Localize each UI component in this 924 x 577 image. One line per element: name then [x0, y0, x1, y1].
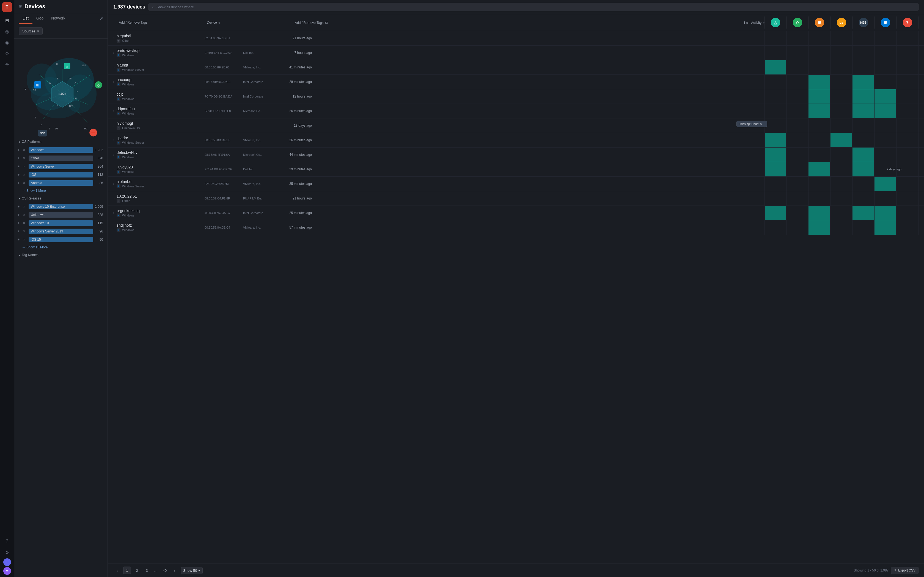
os-platforms-show-more[interactable]: → Show 1 More [14, 187, 108, 194]
filter-win10ent[interactable]: + × Windows 10 Enterprise 1,069 [14, 203, 108, 211]
device-mac: 08:00:37:C4:F1:8F [205, 197, 243, 200]
page-btn-3[interactable]: 3 [143, 567, 151, 574]
filter-x-icon[interactable]: × [23, 221, 27, 225]
tag-names-header[interactable]: ▾ Tag Names [14, 251, 108, 259]
agent-cell-2 [809, 191, 830, 206]
filter-windows[interactable]: + × Windows 1,202 [14, 146, 108, 154]
filter-x-icon[interactable]: × [23, 173, 27, 177]
prev-page-btn[interactable]: ‹ [113, 567, 121, 574]
filter-win10[interactable]: + × Windows 10 115 [14, 219, 108, 227]
export-csv-button[interactable]: ⬇ Export CSV [891, 567, 919, 574]
user-avatar-i[interactable]: I [3, 558, 11, 566]
filter-x-icon[interactable]: × [23, 181, 27, 185]
device-sub: ⊞ Windows [116, 213, 205, 218]
device-row[interactable]: › prgnnkeekctq ⊞ Windows 4C:03:4F:A7:45:… [108, 206, 924, 220]
device-row[interactable]: › ccjp ⊞ Windows 7C:70:DB:1C:EA:DA Intel… [108, 89, 924, 104]
row-expand-icon[interactable]: › [113, 211, 115, 215]
device-row[interactable]: › 10.20.22.51 ◎ Other 08:00:37:C4:F1:8F … [108, 191, 924, 206]
nav-network-icon[interactable]: ⊙ [2, 48, 12, 58]
os-releases-header[interactable]: ▾ OS Releases [14, 194, 108, 203]
device-row[interactable]: › ljpadrc ⊞ Windows Server 00:50:56:8B:D… [108, 133, 924, 148]
row-expand-icon[interactable]: › [113, 109, 115, 113]
filter-ios[interactable]: + × iOS 113 [14, 171, 108, 179]
row-expand-icon[interactable]: › [113, 51, 115, 55]
filter-other[interactable]: + × Other 370 [14, 154, 108, 163]
nav-activity-icon[interactable]: ◉ [2, 37, 12, 47]
next-page-btn[interactable]: › [171, 567, 178, 574]
filter-plus-icon: + [18, 213, 21, 217]
sources-button[interactable]: Sources ▾ [19, 27, 43, 35]
device-row[interactable]: › ijuvoyu23 ⊞ Windows EC:F4:BB:F0:CE:2F … [108, 162, 924, 177]
row-expand-icon[interactable]: › [113, 182, 115, 186]
agent-cell-2 [809, 104, 830, 118]
device-row[interactable]: › ddpmmfuu ⊞ Windows B8:31:B5:95:DE:E8 M… [108, 104, 924, 118]
row-expand-icon[interactable]: › [113, 65, 115, 69]
row-expand-icon[interactable]: › [113, 226, 115, 229]
row-expand-icon[interactable]: › [113, 138, 115, 142]
svg-text:—: — [91, 131, 95, 135]
nav-settings2-icon[interactable]: ❋ [2, 60, 12, 69]
filter-x-icon[interactable]: × [23, 205, 27, 208]
row-expand-icon[interactable]: › [113, 80, 115, 84]
svg-text:△: △ [66, 64, 68, 68]
filter-x-icon[interactable]: × [23, 156, 27, 160]
os-releases-show-more[interactable]: → Show 15 More [14, 244, 108, 251]
device-row[interactable]: › hitunqt ⊞ Windows Server 00:50:56:8F:2… [108, 60, 924, 75]
row-expand-icon[interactable]: › [113, 167, 115, 171]
filter-x-icon[interactable]: × [23, 164, 27, 168]
nav-alerts-icon[interactable]: ◎ [2, 26, 12, 36]
app-logo[interactable]: T [2, 2, 12, 12]
expand-icon[interactable]: ⤢ [100, 16, 103, 21]
agent-cell-4 [853, 31, 874, 45]
sort-icon[interactable]: ⇅ [218, 21, 220, 24]
agent-cell-5 [874, 220, 897, 235]
device-row[interactable]: › partqfwevkqp ⊞ Windows E4:B9:7A:F8:CC:… [108, 46, 924, 60]
device-row[interactable]: › defnsbwf-bv ⊞ Windows 28:16:A8:4F:91:6… [108, 148, 924, 162]
row-expand-icon[interactable]: › [113, 124, 115, 127]
filter-label-unknown: Unknown [29, 212, 93, 218]
device-row[interactable]: › hitgtubdl ◎ Other 02:04:96:9A:6D:B1 21… [108, 31, 924, 46]
row-expand-icon[interactable]: › [113, 95, 115, 98]
add-remove-tags-header[interactable]: Add / Remove Tags 🏷 [295, 21, 328, 25]
filter-win-server-2019[interactable]: + × Windows Server 2019 96 [14, 227, 108, 235]
device-mac: 02:00:4C:50:50:51 [205, 182, 243, 185]
row-expand-icon[interactable]: › [113, 197, 115, 200]
device-row[interactable]: › uncouqp ⊞ Windows 98:FA:9B:B6:A8:10 In… [108, 75, 924, 89]
filter-windows-server[interactable]: + × Windows Server 204 [14, 163, 108, 171]
tab-geo[interactable]: Geo [32, 13, 47, 24]
search-bar[interactable]: ⌕ Show all devices where [149, 3, 919, 11]
tab-network[interactable]: Network [47, 13, 69, 24]
agent-cell-1 [787, 177, 809, 191]
user-avatar-v[interactable]: V [3, 567, 11, 575]
device-mac: 00:50:56:8B:DE:55 [205, 139, 243, 142]
device-row[interactable]: › hiofunbo ⊞ Windows Server 02:00:4C:50:… [108, 177, 924, 191]
filter-x-icon[interactable]: × [23, 213, 27, 217]
device-name: hivldmogt [116, 121, 205, 126]
page-btn-1[interactable]: 1 [123, 567, 131, 574]
page-btn-40[interactable]: 40 [161, 567, 169, 574]
device-name: uncouqp [116, 77, 205, 82]
device-row[interactable]: › hivldmogt ◇ Unknown OS 13 days ago Mis… [108, 118, 924, 133]
filter-android[interactable]: + × Android 36 [14, 179, 108, 187]
row-expand-icon[interactable]: › [113, 153, 115, 156]
filter-x-icon[interactable]: × [23, 229, 27, 233]
nav-devices-icon[interactable]: ⊟ [2, 15, 12, 25]
device-info: ddpmmfuu ⊞ Windows [116, 106, 205, 115]
filter-x-icon[interactable]: × [23, 148, 27, 152]
filter-x-icon[interactable]: × [23, 238, 27, 242]
nav-config-icon[interactable]: ⚙ [2, 547, 12, 557]
agent-cell-6 [897, 89, 919, 103]
last-activity-header[interactable]: Last Activity ▾ [726, 21, 764, 25]
page-btn-2[interactable]: 2 [133, 567, 141, 574]
device-mac: B8:31:B5:95:DE:E8 [205, 110, 243, 113]
os-icon: ⊞ [116, 213, 120, 218]
nav-help-icon[interactable]: ? [2, 536, 12, 546]
filter-unknown[interactable]: + × Unknown 388 [14, 211, 108, 219]
tab-list[interactable]: List [19, 13, 32, 24]
show-per-page[interactable]: Show 50 ▾ [181, 567, 203, 574]
row-expand-icon[interactable]: › [113, 36, 115, 40]
filter-ios15[interactable]: + × iOS 15 90 [14, 235, 108, 244]
agent-cell-6 [897, 75, 919, 89]
device-row[interactable]: › sndljhofz ⊞ Windows 00:50:56:8A:0E:C4 … [108, 220, 924, 235]
os-platforms-header[interactable]: ▾ OS Platforms [14, 138, 108, 146]
